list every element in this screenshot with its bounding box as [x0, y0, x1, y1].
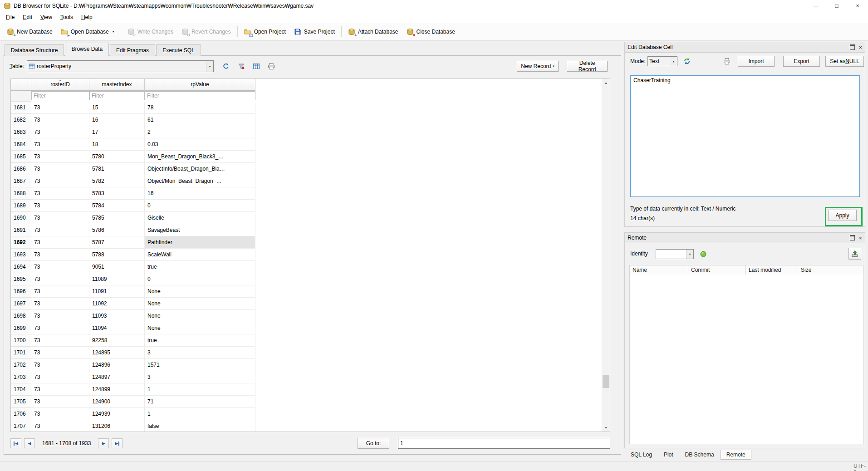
- table-row[interactable]: 1681731578: [11, 102, 610, 114]
- table-cell[interactable]: ScaleWall: [145, 249, 255, 261]
- clear-filters-button[interactable]: [235, 60, 248, 73]
- row-header-cell[interactable]: 1694: [11, 261, 31, 273]
- table-cell[interactable]: 73: [31, 187, 89, 200]
- remote-column-last-modified[interactable]: Last modified: [746, 265, 798, 275]
- table-row[interactable]: 168373172: [11, 126, 610, 138]
- table-cell[interactable]: 73: [31, 420, 89, 432]
- table-cell[interactable]: 73: [31, 212, 89, 224]
- table-cell[interactable]: Object/Mon_Beast_Dragon_…: [145, 175, 255, 187]
- table-row[interactable]: 169573110890: [11, 273, 610, 285]
- vertical-scrollbar[interactable]: ▲ ▼: [602, 79, 610, 432]
- prev-page-button[interactable]: ◀: [24, 438, 35, 448]
- mode-combobox[interactable]: Text ▾: [647, 56, 677, 66]
- table-cell[interactable]: 18: [89, 138, 145, 151]
- table-row[interactable]: 1703731248973: [11, 371, 610, 383]
- row-header-cell[interactable]: 1702: [11, 359, 31, 371]
- apply-button[interactable]: Apply: [828, 210, 857, 221]
- import-button[interactable]: Import: [738, 56, 775, 67]
- table-cell[interactable]: Mon_Beast_Dragon_Black3_…: [145, 151, 255, 163]
- filter-input-rpvalue[interactable]: [145, 91, 255, 100]
- menu-item-edit[interactable]: Edit: [19, 13, 36, 22]
- table-cell[interactable]: 73: [31, 200, 89, 212]
- row-header-cell[interactable]: 1693: [11, 249, 31, 261]
- table-cell[interactable]: 73: [31, 383, 89, 396]
- table-cell[interactable]: 16: [89, 114, 145, 126]
- table-cell[interactable]: 11094: [89, 322, 145, 334]
- manage-identities-button[interactable]: [697, 248, 709, 260]
- row-header-cell[interactable]: 1699: [11, 322, 31, 334]
- table-cell[interactable]: 1: [145, 408, 255, 420]
- table-cell[interactable]: 5785: [89, 212, 145, 224]
- menu-item-file[interactable]: File: [2, 13, 19, 22]
- table-cell[interactable]: 5782: [89, 175, 145, 187]
- table-cell[interactable]: 61: [145, 114, 255, 126]
- save-results-button[interactable]: [250, 60, 263, 73]
- row-header-cell[interactable]: 1696: [11, 285, 31, 298]
- table-row[interactable]: 1682731661: [11, 114, 610, 126]
- column-header-rosterid[interactable]: ▲rosterID: [31, 79, 89, 91]
- row-header-cell[interactable]: 1700: [11, 334, 31, 347]
- table-row[interactable]: 170773131206false: [11, 420, 610, 432]
- table-cell[interactable]: 15: [89, 102, 145, 114]
- table-cell[interactable]: 0.03: [145, 138, 255, 151]
- row-header-cell[interactable]: 1701: [11, 347, 31, 359]
- tab-browse-data[interactable]: Browse Data: [65, 43, 109, 56]
- row-header-cell[interactable]: 1682: [11, 114, 31, 126]
- table-cell[interactable]: 1: [145, 383, 255, 396]
- table-cell[interactable]: 73: [31, 224, 89, 236]
- table-cell[interactable]: 124897: [89, 371, 145, 383]
- row-header-cell[interactable]: 1685: [11, 151, 31, 163]
- table-cell[interactable]: 124900: [89, 396, 145, 408]
- goto-button[interactable]: Go to:: [358, 438, 389, 449]
- row-header-cell[interactable]: 1705: [11, 396, 31, 408]
- row-header-cell[interactable]: 1698: [11, 310, 31, 322]
- close-button[interactable]: ×: [847, 0, 868, 12]
- table-cell[interactable]: 73: [31, 175, 89, 187]
- scrollbar-thumb[interactable]: [603, 375, 609, 388]
- table-cell[interactable]: SavageBeast: [145, 224, 255, 236]
- table-cell[interactable]: 5786: [89, 224, 145, 236]
- table-cell[interactable]: 73: [31, 285, 89, 298]
- menu-item-view[interactable]: View: [36, 13, 56, 22]
- dock-close-icon[interactable]: ×: [858, 235, 862, 241]
- table-cell[interactable]: 131206: [89, 420, 145, 432]
- new-record-button[interactable]: New Record ▾: [517, 61, 559, 72]
- row-header-cell[interactable]: 1692: [11, 236, 31, 249]
- table-cell[interactable]: 2: [145, 126, 255, 138]
- close-database-button[interactable]: ×Close Database: [402, 26, 459, 38]
- table-cell[interactable]: 5783: [89, 187, 145, 200]
- table-row[interactable]: 1685735780Mon_Beast_Dragon_Black3_…: [11, 151, 610, 163]
- attach-database-button[interactable]: +Attach Database: [344, 26, 402, 38]
- table-row[interactable]: 168873578316: [11, 187, 610, 200]
- table-cell[interactable]: 11091: [89, 285, 145, 298]
- table-cell[interactable]: 11093: [89, 310, 145, 322]
- table-row[interactable]: 1701731248953: [11, 347, 610, 359]
- table-cell[interactable]: 73: [31, 273, 89, 285]
- table-row[interactable]: 16987311093None: [11, 310, 610, 322]
- table-combobox[interactable]: rosterProperty ▾: [27, 60, 214, 72]
- dock-float-icon[interactable]: [850, 235, 855, 240]
- row-header-cell[interactable]: 1684: [11, 138, 31, 151]
- print-cell-button[interactable]: [720, 56, 734, 67]
- table-cell[interactable]: 3: [145, 347, 255, 359]
- row-header-cell[interactable]: 1704: [11, 383, 31, 396]
- table-row[interactable]: 16967311091None: [11, 285, 610, 298]
- column-header-rpvalue[interactable]: rpValue: [145, 79, 255, 91]
- row-header-cell[interactable]: 1686: [11, 163, 31, 175]
- next-page-button[interactable]: ▶: [98, 438, 109, 448]
- table-cell[interactable]: 71: [145, 396, 255, 408]
- table-cell[interactable]: true: [145, 334, 255, 347]
- table-cell[interactable]: 0: [145, 200, 255, 212]
- delete-record-button[interactable]: Delete Record: [567, 61, 608, 72]
- table-cell[interactable]: 73: [31, 408, 89, 420]
- row-header-cell[interactable]: 1689: [11, 200, 31, 212]
- maximize-button[interactable]: □: [826, 0, 847, 12]
- dock-tab-db-schema[interactable]: DB Schema: [680, 450, 720, 459]
- table-cell[interactable]: 5784: [89, 200, 145, 212]
- table-cell[interactable]: None: [145, 298, 255, 310]
- table-cell[interactable]: None: [145, 322, 255, 334]
- refresh-button[interactable]: [219, 60, 233, 73]
- table-cell[interactable]: 17: [89, 126, 145, 138]
- identity-combobox[interactable]: ▾: [656, 249, 694, 259]
- new-database-button[interactable]: +New Database: [3, 26, 57, 38]
